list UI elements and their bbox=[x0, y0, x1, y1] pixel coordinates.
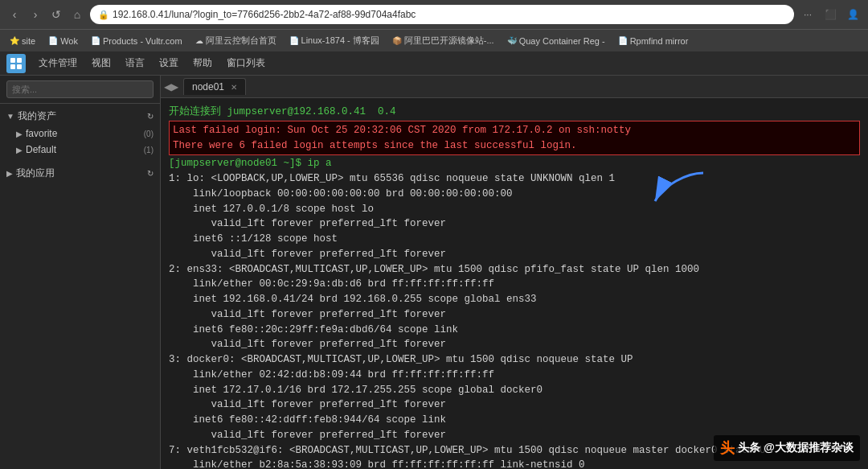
folder-icon: ▶ bbox=[16, 130, 23, 138]
sidebar-apps-section: ▶ 我的应用 ↻ bbox=[0, 161, 160, 186]
bookmark-label: site bbox=[22, 36, 35, 46]
package-icon: 📦 bbox=[392, 36, 402, 45]
menu-language[interactable]: 语言 bbox=[119, 54, 151, 72]
app-logo bbox=[6, 54, 26, 73]
sidebar-default[interactable]: ▶ Default (1) bbox=[0, 142, 160, 158]
logo-icon bbox=[10, 57, 23, 70]
bookmark-wok[interactable]: 📄 Wok bbox=[45, 35, 81, 47]
folder-icon: ▶ bbox=[16, 146, 23, 154]
favorite-badge: (0) bbox=[144, 130, 154, 138]
doc-icon: 📄 bbox=[618, 36, 628, 45]
refresh-icon: ↻ bbox=[147, 112, 154, 121]
sidebar-my-assets[interactable]: ▼ 我的资产 ↻ bbox=[0, 107, 160, 125]
default-label: Default bbox=[26, 144, 141, 155]
bookmark-label: Rpmfind mirror bbox=[630, 36, 689, 46]
bookmark-label: Products - Vultr.com bbox=[103, 36, 182, 46]
bookmark-linux[interactable]: 📄 Linux-1874 - 博客园 bbox=[286, 33, 383, 48]
home-button[interactable]: ⌂ bbox=[69, 6, 85, 23]
terminal-line-prompt1: [jumpserver@node01 ~]$ ip a bbox=[169, 156, 860, 171]
bookmark-label: Linux-1874 - 博客园 bbox=[301, 35, 379, 47]
favorite-label: favorite bbox=[26, 128, 141, 139]
assets-label: 我的资产 bbox=[18, 109, 144, 123]
default-badge: (1) bbox=[144, 146, 154, 154]
cloud-icon: ☁ bbox=[195, 36, 203, 45]
terminal-line-failed2: There were 6 failed login attempts since… bbox=[173, 138, 856, 154]
failed-login-box: Last failed login: Sun Oct 25 20:32:06 C… bbox=[169, 121, 860, 156]
terminal-line-ens33-valid1: valid_lft forever preferred_lft forever bbox=[169, 307, 860, 323]
search-input[interactable] bbox=[6, 80, 154, 98]
main-area: ▼ 我的资产 ↻ ▶ favorite (0) ▶ Default (1) bbox=[0, 76, 868, 469]
tab-arrows: ◀▶ bbox=[164, 81, 178, 93]
menu-help[interactable]: 帮助 bbox=[186, 54, 219, 72]
sidebar-favorite[interactable]: ▶ favorite (0) bbox=[0, 125, 160, 142]
refresh-icon: ↻ bbox=[147, 169, 154, 178]
tab-close-button[interactable]: ✕ bbox=[231, 83, 237, 92]
reload-button[interactable]: ↺ bbox=[48, 6, 64, 23]
bookmark-label: Wok bbox=[60, 36, 78, 46]
bookmark-site[interactable]: ⭐ site bbox=[6, 35, 39, 47]
bookmark-alibaba-mirror[interactable]: 📦 阿里巴巴开源镜像站-... bbox=[389, 33, 497, 48]
sidebar-assets-section: ▼ 我的资产 ↻ ▶ favorite (0) ▶ Default (1) bbox=[0, 104, 160, 161]
watermark: 头 头条 @大数据推荐杂谈 bbox=[714, 435, 860, 461]
terminal-line-lo-inet: inet 127.0.0.1/8 scope host lo bbox=[169, 202, 860, 217]
terminal-line-ens33-inet6: inet6 fe80::20c:29ff:fe9a:dbd6/64 scope … bbox=[169, 323, 860, 338]
doc-icon: 📄 bbox=[91, 36, 100, 45]
svg-rect-1 bbox=[17, 58, 22, 63]
svg-rect-2 bbox=[10, 64, 15, 69]
arrow-right-icon: ▶ bbox=[6, 169, 13, 178]
terminal-line-lo-link: link/loopback 00:00:00:00:00:00 brd 00:0… bbox=[169, 187, 860, 202]
terminal-line-docker0-inet6: inet6 fe80::42:ddff:feb8:944/64 scope li… bbox=[169, 413, 860, 428]
back-button[interactable]: ‹ bbox=[6, 6, 23, 23]
forward-button[interactable]: › bbox=[27, 6, 43, 23]
menu-bar: 文件管理 视图 语言 设置 帮助 窗口列表 bbox=[0, 51, 868, 76]
bookmark-rpmfind[interactable]: 📄 Rpmfind mirror bbox=[615, 35, 692, 47]
apps-label: 我的应用 bbox=[16, 167, 144, 180]
bookmark-label: 阿里巴巴开源镜像站-... bbox=[404, 35, 494, 47]
menu-file-mgmt[interactable]: 文件管理 bbox=[32, 54, 84, 72]
app-container: 文件管理 视图 语言 设置 帮助 窗口列表 ▼ 我的资产 ↻ bbox=[0, 51, 868, 469]
browser-chrome: ‹ › ↺ ⌂ 🔒 192.168.0.41/luna/?login_to=77… bbox=[0, 0, 868, 51]
svg-rect-0 bbox=[10, 58, 15, 63]
ssl-icon: 🔒 bbox=[98, 10, 109, 20]
user-button[interactable]: 👤 bbox=[844, 6, 862, 23]
container-icon: 🐳 bbox=[507, 36, 517, 45]
terminal-line-ens33-inet: inet 192.168.0.41/24 brd 192.168.0.255 s… bbox=[169, 292, 860, 307]
terminal-line-lo-valid2: valid_lft forever preferred_lft forever bbox=[169, 247, 860, 262]
svg-rect-3 bbox=[17, 64, 22, 69]
terminal-line-ens33: 2: ens33: <BROADCAST,MULTICAST,UP,LOWER_… bbox=[169, 262, 860, 278]
watermark-icon: 头 bbox=[720, 438, 735, 458]
menu-window-list[interactable]: 窗口列表 bbox=[220, 54, 272, 72]
terminal-line-lo-inet6: inet6 ::1/128 scope host bbox=[169, 232, 860, 247]
tab-node01[interactable]: node01 ✕ bbox=[183, 78, 246, 95]
arrow-down-icon: ▼ bbox=[6, 112, 14, 121]
terminal-line-lo: 1: lo: <LOOPBACK,UP,LOWER_UP> mtu 65536 … bbox=[169, 171, 860, 187]
bookmark-quay[interactable]: 🐳 Quay Container Reg - bbox=[504, 35, 608, 47]
search-box bbox=[0, 76, 160, 104]
menu-settings[interactable]: 设置 bbox=[153, 54, 185, 72]
bookmark-aliyun[interactable]: ☁ 阿里云控制台首页 bbox=[192, 33, 280, 48]
star-icon: ⭐ bbox=[10, 36, 19, 45]
tab-bar: ◀▶ node01 ✕ bbox=[161, 76, 868, 98]
bookmark-vultr[interactable]: 📄 Products - Vultr.com bbox=[88, 35, 186, 47]
content-area: ◀▶ node01 ✕ 开始连接到 jumpserver@192.168.0.4… bbox=[161, 76, 868, 469]
doc-icon: 📄 bbox=[48, 36, 58, 45]
terminal-line-ens33-valid2: valid_lft forever preferred_lft forever bbox=[169, 337, 860, 352]
bookmark-label: Quay Container Reg - bbox=[519, 36, 605, 46]
doc-icon: 📄 bbox=[289, 36, 299, 45]
terminal-line-failed1: Last failed login: Sun Oct 25 20:32:06 C… bbox=[173, 123, 856, 138]
page-wrapper: ‹ › ↺ ⌂ 🔒 192.168.0.41/luna/?login_to=77… bbox=[0, 0, 868, 469]
terminal-line-docker0-link: link/ether 02:42:dd:b8:09:44 brd ff:ff:f… bbox=[169, 368, 860, 383]
extensions-button[interactable]: ⬛ bbox=[821, 6, 839, 23]
terminal-line-docker0-valid1: valid_lft forever preferred_lft forever bbox=[169, 397, 860, 413]
terminal-line-lo-valid1: valid_lft forever preferred_lft forever bbox=[169, 216, 860, 232]
browser-nav: ‹ › ↺ ⌂ 🔒 192.168.0.41/luna/?login_to=77… bbox=[0, 0, 868, 29]
sidebar-my-apps[interactable]: ▶ 我的应用 ↻ bbox=[0, 164, 160, 183]
terminal-line-connect: 开始连接到 jumpserver@192.168.0.41 0.4 bbox=[169, 105, 860, 120]
address-bar[interactable]: 🔒 192.168.0.41/luna/?login_to=7766d256-2… bbox=[90, 5, 794, 24]
more-button[interactable]: ··· bbox=[799, 6, 817, 23]
terminal[interactable]: 开始连接到 jumpserver@192.168.0.41 0.4 Last f… bbox=[161, 98, 868, 469]
terminal-line-docker0: 3: docker0: <BROADCAST,MULTICAST,UP,LOWE… bbox=[169, 352, 860, 368]
menu-view[interactable]: 视图 bbox=[85, 54, 117, 72]
tab-label: node01 bbox=[192, 81, 224, 93]
bookmark-label: 阿里云控制台首页 bbox=[206, 35, 276, 47]
